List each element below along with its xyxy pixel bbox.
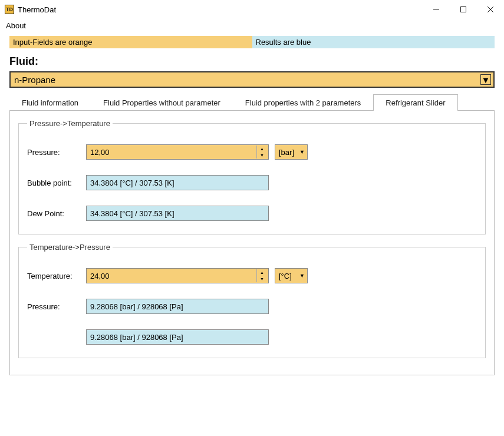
tab-bar: Fluid information Fluid Properties witho… [9, 94, 495, 111]
bubble-point-label: Bubble point: [27, 179, 86, 187]
fluid-select-value: n-Propane [14, 75, 480, 85]
chevron-down-icon: ▼ [299, 149, 305, 155]
stepper-down-icon[interactable]: ▼ [257, 152, 267, 158]
group-temperature-to-pressure: Temperature->Pressure Temperature: 24,00… [18, 243, 486, 358]
pressure-label: Pressure: [27, 148, 86, 157]
temperature-unit-select[interactable]: [°C] ▼ [275, 268, 308, 283]
maximize-button[interactable] [450, 0, 477, 19]
close-button[interactable] [477, 0, 504, 19]
temperature-value: 24,00 [90, 272, 256, 280]
temperature-unit-value: [°C] [279, 272, 299, 280]
temperature-input[interactable]: 24,00 ▲ ▼ [86, 268, 269, 283]
pressure-result-1: 9.28068 [bar] / 928068 [Pa] [86, 299, 269, 314]
dropdown-arrow-icon: ▼ [480, 74, 491, 85]
window-controls [423, 0, 504, 19]
fluid-select[interactable]: n-Propane ▼ [9, 71, 495, 88]
legend-input: Input-Fields are orange [9, 36, 252, 48]
temperature-label: Temperature: [27, 272, 86, 280]
bubble-point-result: 34.3804 [°C] / 307.53 [K] [86, 175, 269, 190]
dew-point-label: Dew Point: [27, 209, 86, 218]
pressure-stepper[interactable]: ▲ ▼ [256, 146, 267, 158]
stepper-up-icon[interactable]: ▲ [257, 269, 267, 276]
window-title: ThermoDat [18, 5, 423, 14]
pressure-value: 12,00 [90, 148, 256, 157]
temperature-stepper[interactable]: ▲ ▼ [256, 269, 267, 282]
pressure-unit-value: [bar] [279, 148, 299, 157]
minimize-button[interactable] [423, 0, 450, 19]
tab-fluid-information[interactable]: Fluid information [9, 94, 91, 111]
tab-properties-2-params[interactable]: Fluid properties with 2 parameters [233, 94, 374, 111]
legend-row: Input-Fields are orange Results are blue [9, 36, 495, 48]
stepper-up-icon[interactable]: ▲ [257, 146, 267, 152]
tab-content: Pressure->Temperature Pressure: 12,00 ▲ … [9, 111, 495, 375]
group-t2p-legend: Temperature->Pressure [27, 243, 113, 252]
pressure-result-label: Pressure: [27, 302, 86, 311]
svg-rect-1 [461, 7, 466, 12]
stepper-down-icon[interactable]: ▼ [257, 276, 267, 282]
tab-properties-no-param[interactable]: Fluid Properties without parameter [91, 94, 233, 111]
app-icon: TD [5, 5, 14, 14]
pressure-input[interactable]: 12,00 ▲ ▼ [86, 144, 269, 160]
menubar: About [0, 19, 504, 36]
menu-about[interactable]: About [6, 21, 26, 30]
fluid-label: Fluid: [9, 55, 495, 68]
tab-refrigerant-slider[interactable]: Refrigerant Slider [373, 94, 457, 111]
titlebar: TD ThermoDat [0, 0, 504, 19]
pressure-result-2: 9.28068 [bar] / 928068 [Pa] [86, 329, 269, 345]
chevron-down-icon: ▼ [299, 273, 305, 279]
legend-result: Results are blue [252, 36, 495, 48]
group-p2t-legend: Pressure->Temperature [27, 119, 113, 128]
dew-point-result: 34.3804 [°C] / 307.53 [K] [86, 206, 269, 221]
pressure-unit-select[interactable]: [bar] ▼ [275, 144, 308, 160]
group-pressure-to-temperature: Pressure->Temperature Pressure: 12,00 ▲ … [18, 119, 486, 234]
